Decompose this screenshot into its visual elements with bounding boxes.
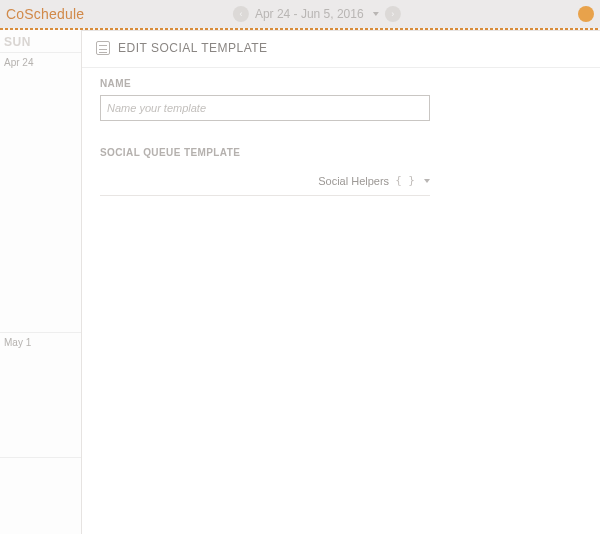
main-area: SUN Apr 24 May 1 EDIT SOCIAL TEMPLATE NA… — [0, 30, 600, 534]
date-label: Apr 24 — [0, 53, 81, 72]
chevron-down-icon[interactable] — [373, 12, 379, 16]
social-helpers-dropdown[interactable]: Social Helpers { } — [100, 168, 430, 196]
edit-template-panel: EDIT SOCIAL TEMPLATE NAME SOCIAL QUEUE T… — [82, 30, 600, 534]
template-icon — [96, 41, 110, 55]
calendar-cell[interactable]: Apr 24 — [0, 53, 81, 333]
panel-title: EDIT SOCIAL TEMPLATE — [118, 41, 268, 55]
date-label: May 1 — [0, 333, 81, 352]
prev-date-button[interactable]: ‹ — [233, 6, 249, 22]
avatar[interactable] — [578, 6, 594, 22]
helpers-label: Social Helpers — [318, 175, 389, 187]
template-name-input[interactable] — [100, 95, 430, 121]
braces-icon: { } — [395, 174, 415, 187]
calendar-cell[interactable]: May 1 — [0, 333, 81, 458]
next-date-button[interactable]: › — [385, 6, 401, 22]
form-area: NAME SOCIAL QUEUE TEMPLATE Social Helper… — [82, 68, 600, 206]
name-field-label: NAME — [100, 78, 582, 89]
chevron-down-icon — [424, 179, 430, 183]
calendar-sidebar: SUN Apr 24 May 1 — [0, 30, 82, 534]
queue-section-label: SOCIAL QUEUE TEMPLATE — [100, 147, 582, 158]
panel-header: EDIT SOCIAL TEMPLATE — [82, 31, 600, 68]
day-of-week-header: SUN — [0, 30, 81, 53]
top-bar: CoSchedule ‹ Apr 24 - Jun 5, 2016 › — [0, 0, 600, 28]
brand-label: CoSchedule — [0, 6, 84, 22]
date-range-label[interactable]: Apr 24 - Jun 5, 2016 — [255, 7, 364, 21]
date-range-nav: ‹ Apr 24 - Jun 5, 2016 › — [233, 6, 401, 22]
